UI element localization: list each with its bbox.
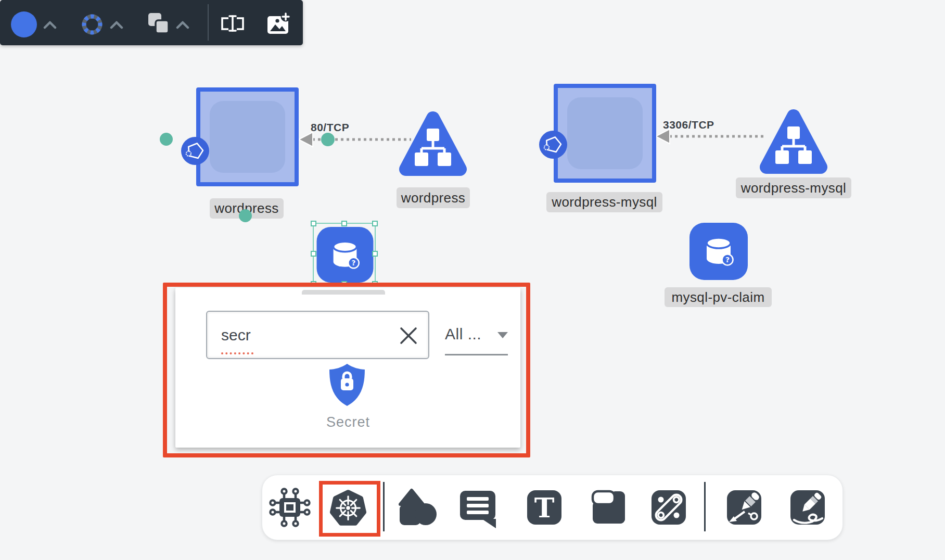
rename-button[interactable] bbox=[220, 11, 245, 36]
selection-handle[interactable] bbox=[311, 221, 316, 226]
chevron-up-icon[interactable] bbox=[110, 21, 123, 29]
text-tool-icon[interactable]: T bbox=[523, 487, 565, 528]
connection-dot[interactable] bbox=[160, 133, 173, 146]
edge-handle bbox=[321, 133, 335, 146]
svg-text:?: ? bbox=[725, 256, 730, 264]
node-label[interactable]: wordpress bbox=[397, 187, 470, 208]
kubernetes-tool-icon[interactable] bbox=[327, 488, 369, 529]
pod-badge-icon[interactable] bbox=[538, 130, 568, 160]
toolbar-divider bbox=[704, 482, 706, 531]
frame-tool-icon[interactable] bbox=[588, 487, 630, 528]
copy-style-button[interactable] bbox=[146, 11, 170, 35]
toolbar-divider bbox=[208, 4, 209, 41]
node-label[interactable]: wordpress-mysql bbox=[546, 192, 662, 212]
edge-wordpress-service[interactable] bbox=[291, 130, 416, 151]
stroke-style-button[interactable] bbox=[79, 11, 105, 37]
connection-dot[interactable] bbox=[239, 209, 252, 222]
add-image-button[interactable] bbox=[264, 10, 291, 37]
connector-tool-icon[interactable] bbox=[648, 487, 689, 528]
draw-tool-icon[interactable] bbox=[787, 487, 828, 528]
selection-handle[interactable] bbox=[311, 251, 316, 257]
node-label[interactable]: wordpress-mysql bbox=[736, 177, 851, 198]
arrowhead bbox=[656, 129, 670, 144]
tool-dock: T bbox=[262, 475, 843, 540]
edge-port-label: 3306/TCP bbox=[663, 119, 714, 131]
selection-handle[interactable] bbox=[341, 221, 347, 226]
deployment-inner-shape bbox=[210, 101, 285, 173]
fill-color-button[interactable] bbox=[11, 11, 37, 37]
chevron-up-icon[interactable] bbox=[176, 21, 189, 29]
comment-tool-icon[interactable] bbox=[457, 487, 499, 528]
node-wordpress-service[interactable] bbox=[399, 110, 467, 179]
node-wordpress-mysql-deployment[interactable] bbox=[554, 84, 656, 183]
pen-tool-icon[interactable] bbox=[723, 487, 765, 528]
selection-handle[interactable] bbox=[372, 251, 378, 257]
infrastructure-tool-icon[interactable] bbox=[269, 487, 311, 528]
chevron-up-icon[interactable] bbox=[43, 21, 57, 29]
toolbar-divider bbox=[383, 482, 385, 531]
style-toolbar bbox=[0, 0, 303, 45]
deployment-inner-shape bbox=[567, 97, 643, 169]
shapes-tool-icon[interactable] bbox=[396, 487, 438, 528]
arrowhead bbox=[299, 132, 313, 147]
node-label[interactable]: mysql-pv-claim bbox=[665, 287, 772, 307]
edge-port-label: 80/TCP bbox=[311, 121, 349, 134]
selection-outline[interactable] bbox=[313, 223, 376, 285]
node-wordpress-mysql-service[interactable] bbox=[759, 108, 828, 177]
node-wordpress-deployment[interactable] bbox=[196, 87, 299, 186]
annotation-red-frame bbox=[163, 283, 530, 457]
node-mysql-pv-claim[interactable]: ? bbox=[689, 223, 748, 280]
svg-text:T: T bbox=[534, 492, 555, 524]
pod-badge-icon[interactable] bbox=[180, 136, 210, 166]
selection-handle[interactable] bbox=[372, 221, 378, 226]
